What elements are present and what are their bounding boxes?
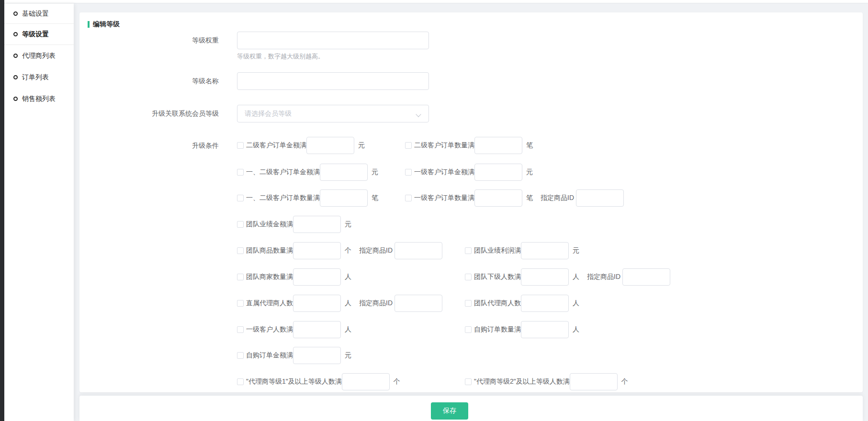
- condition-unit: 笔: [372, 194, 378, 202]
- condition-value-input[interactable]: [474, 189, 522, 207]
- product-id-input[interactable]: [395, 242, 442, 259]
- condition-checkbox[interactable]: [465, 274, 472, 280]
- condition-value-input[interactable]: [521, 321, 569, 338]
- sidebar-item-label: 等级设置: [22, 30, 49, 39]
- sidebar-item-2[interactable]: 代理商列表: [4, 45, 74, 66]
- chevron-down-icon: [417, 111, 421, 116]
- condition-unit: 人: [573, 273, 579, 281]
- condition-checkbox[interactable]: [465, 300, 472, 307]
- member-level-select[interactable]: 请选择会员等级: [237, 105, 429, 122]
- condition-checkbox[interactable]: [465, 247, 472, 254]
- condition-label: 团队业绩利润满: [474, 246, 521, 255]
- condition-value-input[interactable]: [521, 242, 569, 259]
- condition-checkbox[interactable]: [237, 169, 244, 176]
- condition-label: 团队下级人数满: [474, 273, 521, 281]
- condition-unit: 个: [345, 246, 351, 255]
- condition-item: 团队代理商人数人: [465, 295, 579, 312]
- condition-value-input[interactable]: [320, 189, 368, 207]
- circle-icon: [13, 54, 18, 58]
- condition-label: 一级客户人数满: [246, 325, 293, 334]
- condition-value-input[interactable]: [293, 216, 341, 233]
- condition-unit: 人: [573, 325, 579, 334]
- condition-checkbox[interactable]: [237, 142, 244, 149]
- collapsed-dark-edge: [0, 0, 4, 421]
- settings-sidebar: 基础设置等级设置代理商列表订单列表销售额列表: [4, 4, 74, 421]
- condition-value-input[interactable]: [293, 242, 341, 259]
- condition-value-input[interactable]: [293, 347, 341, 364]
- condition-value-input[interactable]: [521, 295, 569, 312]
- condition-item: 团队商家数量满人: [237, 268, 351, 286]
- level-weight-label: 等级权重: [79, 32, 219, 49]
- condition-value-input[interactable]: [570, 373, 618, 390]
- condition-checkbox[interactable]: [237, 247, 244, 254]
- product-id-input[interactable]: [576, 189, 624, 207]
- sidebar-item-label: 代理商列表: [22, 52, 56, 60]
- condition-value-input[interactable]: [320, 164, 368, 181]
- condition-checkbox[interactable]: [237, 195, 244, 201]
- condition-item: 二级客户订单金额满元: [237, 137, 365, 154]
- sidebar-item-0[interactable]: 基础设置: [4, 4, 74, 24]
- condition-label: 团队商品数量满: [246, 246, 293, 255]
- condition-value-input[interactable]: [474, 164, 522, 181]
- condition-item: "代理商等级2"及以上等级人数满个: [465, 373, 628, 390]
- level-name-input[interactable]: [237, 72, 429, 90]
- condition-item: 团队下级人数满人指定商品ID: [465, 268, 670, 286]
- section-accent-bar: [88, 21, 90, 28]
- condition-checkbox[interactable]: [237, 352, 244, 359]
- condition-checkbox[interactable]: [465, 378, 472, 385]
- condition-value-input[interactable]: [474, 137, 522, 154]
- condition-value-input[interactable]: [342, 373, 390, 390]
- sidebar-item-label: 订单列表: [22, 73, 49, 82]
- upgrade-conditions-label: 升级条件: [79, 137, 219, 154]
- condition-item: 一、二级客户订单金额满元: [237, 164, 378, 181]
- condition-item: 直属代理商人数人指定商品ID: [237, 295, 442, 312]
- sidebar-item-3[interactable]: 订单列表: [4, 66, 74, 88]
- condition-checkbox[interactable]: [405, 169, 412, 176]
- condition-row: 一、二级客户订单数量满笔一级客户订单数量满笔指定商品ID: [237, 189, 812, 207]
- condition-value-input[interactable]: [521, 268, 569, 286]
- condition-item: 一级客户订单金额满元: [405, 164, 533, 181]
- condition-row: 二级客户订单金额满元二级客户订单数量满笔: [237, 137, 812, 154]
- condition-label: 团队业绩金额满: [246, 220, 293, 229]
- condition-checkbox[interactable]: [237, 326, 244, 333]
- edit-level-form-card: 编辑等级 等级权重 等级权重，数字越大级别越高。 等级名称 升级关联系统会员等级…: [79, 12, 863, 392]
- condition-unit: 人: [345, 325, 351, 334]
- product-id-label: 指定商品ID: [541, 194, 574, 202]
- condition-row: 一级客户人数满人自购订单数量满人: [237, 321, 812, 338]
- level-weight-hint: 等级权重，数字越大级别越高。: [237, 52, 324, 61]
- condition-checkbox[interactable]: [237, 221, 244, 228]
- condition-unit: 人: [345, 299, 351, 308]
- condition-value-input[interactable]: [293, 295, 341, 312]
- condition-value-input[interactable]: [306, 137, 354, 154]
- level-name-label: 等级名称: [79, 72, 219, 90]
- condition-label: 直属代理商人数: [246, 299, 293, 308]
- sidebar-item-4[interactable]: 销售额列表: [4, 88, 74, 110]
- condition-checkbox[interactable]: [237, 300, 244, 307]
- product-id-input[interactable]: [395, 295, 442, 312]
- condition-row: 自购订单金额满元: [237, 347, 812, 364]
- condition-unit: 人: [345, 273, 351, 281]
- condition-checkbox[interactable]: [237, 274, 244, 280]
- save-button[interactable]: 保存: [431, 402, 468, 420]
- condition-item: 一级客户人数满人: [237, 321, 351, 338]
- product-id-input[interactable]: [622, 268, 670, 286]
- condition-label: 一级客户订单数量满: [414, 194, 474, 202]
- level-weight-input[interactable]: [237, 32, 429, 49]
- condition-checkbox[interactable]: [465, 326, 472, 333]
- top-divider: [4, 0, 868, 3]
- condition-item: "代理商等级1"及以上等级人数满个: [237, 373, 400, 390]
- condition-row: 团队商家数量满人团队下级人数满人指定商品ID: [237, 268, 812, 286]
- condition-checkbox[interactable]: [405, 195, 412, 201]
- condition-value-input[interactable]: [293, 268, 341, 286]
- condition-value-input[interactable]: [293, 321, 341, 338]
- condition-row: 一、二级客户订单金额满元一级客户订单金额满元: [237, 164, 812, 181]
- condition-checkbox[interactable]: [405, 142, 412, 149]
- condition-label: 二级客户订单金额满: [246, 141, 306, 150]
- condition-label: 自购订单金额满: [246, 351, 293, 360]
- form-footer-bar: 保存: [79, 396, 863, 421]
- condition-row: 团队业绩金额满元: [237, 216, 812, 233]
- condition-checkbox[interactable]: [237, 378, 244, 385]
- condition-label: 一级客户订单金额满: [414, 168, 474, 177]
- sidebar-item-1[interactable]: 等级设置: [4, 24, 74, 45]
- member-level-label: 升级关联系统会员等级: [79, 105, 219, 122]
